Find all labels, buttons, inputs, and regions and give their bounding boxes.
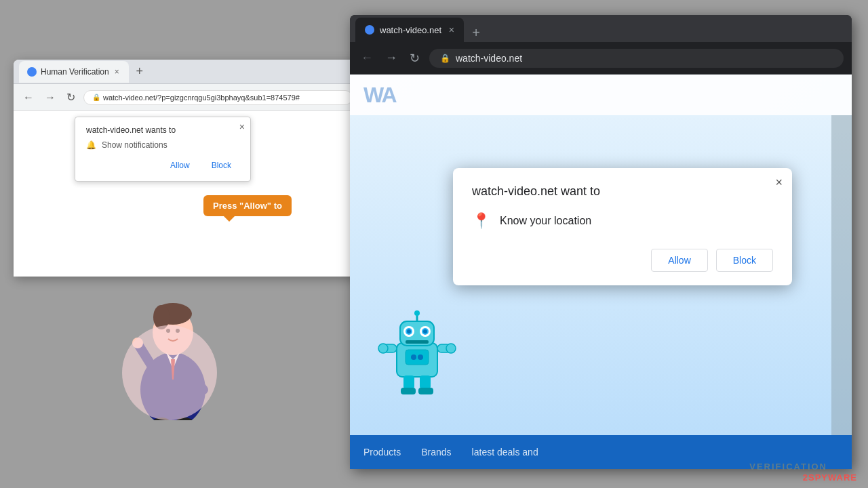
site-nav-brands[interactable]: Brands [421, 447, 451, 458]
person-circle-bg [122, 325, 217, 420]
small-lock-icon: 🔒 [92, 94, 100, 101]
svg-rect-26 [406, 350, 429, 365]
small-notif-buttons: Allow Block [86, 158, 239, 173]
small-notif-row-text: Show notifications [102, 140, 167, 150]
small-reload-button[interactable]: ↻ [64, 89, 78, 105]
small-browser-window: Human Verification × + ← → ↻ 🔒 watch-vid… [14, 60, 359, 277]
site-sidebar [831, 115, 852, 435]
dialog-allow-button[interactable]: Allow [651, 249, 707, 272]
small-tab-bar: Human Verification × + [14, 60, 359, 84]
svg-point-31 [378, 344, 388, 353]
small-forward-button[interactable]: → [42, 90, 58, 105]
main-tab-label: watch-video.net [380, 25, 441, 35]
bell-icon: 🔔 [86, 140, 96, 150]
watermark-suffix: E [850, 472, 857, 483]
small-url-box[interactable]: 🔒 watch-video.net/?p=gizgcnrqgu5gi3bphay… [83, 90, 353, 105]
verification-label: VERIFICATION [749, 462, 827, 472]
small-new-tab-button[interactable]: + [132, 64, 148, 80]
dialog-close-icon[interactable]: × [775, 176, 783, 188]
small-page-content: × watch-video.net wants to 🔔 Show notifi… [14, 111, 359, 277]
small-notif-close-icon[interactable]: × [239, 121, 245, 132]
small-notif-row: 🔔 Show notifications [86, 140, 239, 150]
small-notification-popup: × watch-video.net wants to 🔔 Show notifi… [75, 117, 251, 182]
main-forward-button[interactable]: → [382, 49, 400, 66]
site-nav-products[interactable]: Products [363, 447, 401, 458]
location-pin-icon: 📍 [472, 212, 490, 230]
main-lock-icon: 🔒 [440, 54, 450, 63]
svg-rect-34 [420, 375, 431, 389]
dialog-title: watch-video.net want to [472, 184, 773, 199]
watermark-text: 2SPYWAR [803, 472, 851, 483]
site-nav-deals[interactable]: latest deals and [472, 447, 538, 458]
press-allow-tooltip: Press "Allow" to [203, 195, 292, 216]
location-permission-dialog: × watch-video.net want to 📍 Know your lo… [453, 168, 792, 285]
watermark: 2SPYWARE [803, 472, 857, 483]
small-address-bar: ← → ↻ 🔒 watch-video.net/?p=gizgcnrqgu5gi… [14, 84, 359, 111]
svg-rect-35 [401, 388, 416, 394]
location-permission-text: Know your location [500, 215, 591, 227]
main-url-box[interactable]: 🔒 watch-video.net [429, 49, 844, 68]
small-back-button[interactable]: ← [20, 90, 37, 105]
small-tab-close-icon[interactable]: × [113, 67, 121, 77]
svg-rect-33 [403, 375, 414, 389]
main-page-content: WA Products Brands latest deals and × wa… [350, 75, 852, 469]
main-tab-bar: watch-video.net × + [350, 15, 852, 42]
svg-point-28 [418, 354, 423, 360]
svg-rect-36 [418, 388, 433, 394]
main-new-tab-button[interactable]: + [467, 23, 486, 42]
svg-point-27 [411, 354, 416, 360]
dialog-buttons: Allow Block [472, 249, 773, 272]
svg-point-24 [423, 329, 427, 333]
svg-point-32 [446, 344, 456, 353]
main-address-bar: ← → ↻ 🔒 watch-video.net [350, 42, 852, 75]
dialog-block-button[interactable]: Block [716, 249, 773, 272]
robot-svg [376, 309, 458, 397]
small-browser-tab[interactable]: Human Verification × [19, 61, 129, 83]
small-block-button[interactable]: Block [203, 158, 239, 173]
main-reload-button[interactable]: ↻ [407, 49, 422, 67]
small-tab-label: Human Verification [41, 67, 109, 77]
main-url-text: watch-video.net [456, 53, 522, 64]
small-tab-favicon [27, 67, 37, 77]
main-browser-tab[interactable]: watch-video.net × [355, 18, 464, 42]
person-illustration [115, 264, 231, 420]
svg-rect-25 [406, 340, 429, 344]
svg-point-18 [414, 310, 420, 316]
robot-illustration [376, 309, 458, 400]
main-tab-close-icon[interactable]: × [449, 24, 454, 35]
main-browser-window: watch-video.net × + ← → ↻ 🔒 watch-video.… [350, 15, 852, 469]
small-notif-title: watch-video.net wants to [86, 125, 239, 135]
dialog-permission-row: 📍 Know your location [472, 212, 773, 230]
site-logo: WA [363, 83, 396, 108]
small-url-text: watch-video.net/?p=gizgcnrqgu5gi3bphayq&… [103, 94, 300, 102]
svg-point-23 [407, 329, 411, 333]
main-back-button[interactable]: ← [358, 49, 376, 66]
site-top-bar: WA [350, 75, 852, 115]
main-tab-favicon [365, 25, 374, 35]
small-allow-button[interactable]: Allow [162, 158, 198, 173]
tooltip-text: Press "Allow" to [213, 201, 282, 211]
